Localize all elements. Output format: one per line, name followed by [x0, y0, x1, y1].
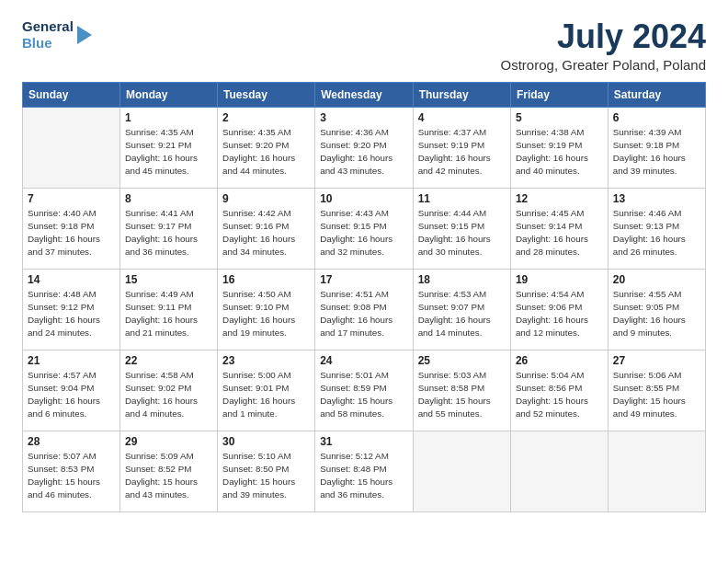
calendar-cell: 25Sunrise: 5:03 AMSunset: 8:58 PMDayligh… — [413, 350, 510, 431]
day-number: 3 — [320, 111, 407, 124]
calendar-header-thursday: Thursday — [413, 82, 510, 107]
logo-text-block: General Blue — [22, 18, 74, 52]
day-number: 11 — [418, 192, 506, 205]
day-number: 25 — [418, 354, 506, 367]
day-number: 4 — [418, 111, 506, 124]
calendar-cell: 11Sunrise: 4:44 AMSunset: 9:15 PMDayligh… — [413, 188, 510, 269]
calendar-header-monday: Monday — [120, 82, 218, 107]
day-info: Sunrise: 4:50 AMSunset: 9:10 PMDaylight:… — [222, 288, 310, 340]
calendar-cell: 1Sunrise: 4:35 AMSunset: 9:21 PMDaylight… — [120, 107, 218, 188]
calendar-cell: 29Sunrise: 5:09 AMSunset: 8:52 PMDayligh… — [120, 431, 218, 511]
week-row-4: 21Sunrise: 4:57 AMSunset: 9:04 PMDayligh… — [23, 350, 706, 431]
week-row-5: 28Sunrise: 5:07 AMSunset: 8:53 PMDayligh… — [23, 431, 706, 511]
calendar-cell: 10Sunrise: 4:43 AMSunset: 9:15 PMDayligh… — [315, 188, 413, 269]
logo-general: General — [22, 18, 74, 34]
day-info: Sunrise: 4:53 AMSunset: 9:07 PMDaylight:… — [418, 288, 506, 340]
day-number: 1 — [125, 111, 212, 124]
day-info: Sunrise: 5:07 AMSunset: 8:53 PMDaylight:… — [28, 450, 115, 502]
day-number: 17 — [320, 273, 407, 286]
day-info: Sunrise: 4:45 AMSunset: 9:14 PMDaylight:… — [516, 207, 603, 259]
day-number: 23 — [222, 354, 310, 367]
header: General Blue July 2024 Ostrorog, Greater… — [22, 18, 706, 73]
calendar-cell: 18Sunrise: 4:53 AMSunset: 9:07 PMDayligh… — [413, 269, 510, 350]
logo-wrapper: General Blue — [22, 18, 92, 52]
day-number: 24 — [320, 354, 407, 367]
day-number: 16 — [222, 273, 310, 286]
calendar-cell: 12Sunrise: 4:45 AMSunset: 9:14 PMDayligh… — [510, 188, 608, 269]
calendar-cell: 5Sunrise: 4:38 AMSunset: 9:19 PMDaylight… — [510, 107, 608, 188]
day-info: Sunrise: 5:01 AMSunset: 8:59 PMDaylight:… — [320, 369, 407, 421]
day-number: 27 — [613, 354, 700, 367]
calendar-cell: 27Sunrise: 5:06 AMSunset: 8:55 PMDayligh… — [608, 350, 705, 431]
day-info: Sunrise: 4:58 AMSunset: 9:02 PMDaylight:… — [125, 369, 212, 421]
logo: General Blue — [22, 18, 92, 52]
week-row-2: 7Sunrise: 4:40 AMSunset: 9:18 PMDaylight… — [23, 188, 706, 269]
day-info: Sunrise: 5:00 AMSunset: 9:01 PMDaylight:… — [222, 369, 310, 421]
day-number: 31 — [320, 435, 407, 448]
day-number: 12 — [516, 192, 603, 205]
calendar-cell — [413, 431, 510, 511]
day-info: Sunrise: 4:44 AMSunset: 9:15 PMDaylight:… — [418, 207, 506, 259]
calendar-header-wednesday: Wednesday — [315, 82, 413, 107]
calendar-cell: 14Sunrise: 4:48 AMSunset: 9:12 PMDayligh… — [23, 269, 120, 350]
day-info: Sunrise: 4:55 AMSunset: 9:05 PMDaylight:… — [613, 288, 700, 340]
day-number: 18 — [418, 273, 506, 286]
day-number: 5 — [516, 111, 603, 124]
day-info: Sunrise: 4:36 AMSunset: 9:20 PMDaylight:… — [320, 126, 407, 178]
day-number: 22 — [125, 354, 212, 367]
calendar-cell: 9Sunrise: 4:42 AMSunset: 9:16 PMDaylight… — [218, 188, 315, 269]
day-number: 26 — [516, 354, 603, 367]
day-number: 7 — [28, 192, 115, 205]
calendar-cell: 21Sunrise: 4:57 AMSunset: 9:04 PMDayligh… — [23, 350, 120, 431]
location-subtitle: Ostrorog, Greater Poland, Poland — [501, 57, 706, 73]
calendar-cell: 4Sunrise: 4:37 AMSunset: 9:19 PMDaylight… — [413, 107, 510, 188]
calendar-header-sunday: Sunday — [23, 82, 120, 107]
calendar-cell: 2Sunrise: 4:35 AMSunset: 9:20 PMDaylight… — [218, 107, 315, 188]
day-info: Sunrise: 4:39 AMSunset: 9:18 PMDaylight:… — [613, 126, 700, 178]
day-number: 6 — [613, 111, 700, 124]
calendar-cell: 16Sunrise: 4:50 AMSunset: 9:10 PMDayligh… — [218, 269, 315, 350]
calendar-cell: 19Sunrise: 4:54 AMSunset: 9:06 PMDayligh… — [510, 269, 608, 350]
day-number: 21 — [28, 354, 115, 367]
day-info: Sunrise: 4:48 AMSunset: 9:12 PMDaylight:… — [28, 288, 115, 340]
day-info: Sunrise: 5:09 AMSunset: 8:52 PMDaylight:… — [125, 450, 212, 502]
day-number: 14 — [28, 273, 115, 286]
calendar-table: SundayMondayTuesdayWednesdayThursdayFrid… — [22, 82, 706, 512]
day-info: Sunrise: 4:35 AMSunset: 9:20 PMDaylight:… — [222, 126, 310, 178]
day-info: Sunrise: 4:43 AMSunset: 9:15 PMDaylight:… — [320, 207, 407, 259]
calendar-cell: 26Sunrise: 5:04 AMSunset: 8:56 PMDayligh… — [510, 350, 608, 431]
day-number: 2 — [222, 111, 310, 124]
day-info: Sunrise: 5:10 AMSunset: 8:50 PMDaylight:… — [222, 450, 310, 502]
calendar-cell: 6Sunrise: 4:39 AMSunset: 9:18 PMDaylight… — [608, 107, 705, 188]
week-row-3: 14Sunrise: 4:48 AMSunset: 9:12 PMDayligh… — [23, 269, 706, 350]
day-number: 29 — [125, 435, 212, 448]
day-info: Sunrise: 4:41 AMSunset: 9:17 PMDaylight:… — [125, 207, 212, 259]
day-number: 15 — [125, 273, 212, 286]
calendar-header-row: SundayMondayTuesdayWednesdayThursdayFrid… — [23, 82, 706, 107]
day-info: Sunrise: 5:03 AMSunset: 8:58 PMDaylight:… — [418, 369, 506, 421]
calendar-cell: 8Sunrise: 4:41 AMSunset: 9:17 PMDaylight… — [120, 188, 218, 269]
calendar-header-friday: Friday — [510, 82, 608, 107]
day-info: Sunrise: 4:35 AMSunset: 9:21 PMDaylight:… — [125, 126, 212, 178]
day-info: Sunrise: 5:12 AMSunset: 8:48 PMDaylight:… — [320, 450, 407, 502]
day-info: Sunrise: 5:04 AMSunset: 8:56 PMDaylight:… — [516, 369, 603, 421]
day-info: Sunrise: 4:54 AMSunset: 9:06 PMDaylight:… — [516, 288, 603, 340]
day-info: Sunrise: 5:06 AMSunset: 8:55 PMDaylight:… — [613, 369, 700, 421]
month-year-title: July 2024 — [501, 18, 706, 55]
day-info: Sunrise: 4:51 AMSunset: 9:08 PMDaylight:… — [320, 288, 407, 340]
day-number: 13 — [613, 192, 700, 205]
day-number: 8 — [125, 192, 212, 205]
day-info: Sunrise: 4:40 AMSunset: 9:18 PMDaylight:… — [28, 207, 115, 259]
calendar-cell — [510, 431, 608, 511]
day-number: 19 — [516, 273, 603, 286]
calendar-cell: 15Sunrise: 4:49 AMSunset: 9:11 PMDayligh… — [120, 269, 218, 350]
logo-arrow-icon — [77, 26, 92, 44]
calendar-cell — [23, 107, 120, 188]
day-info: Sunrise: 4:46 AMSunset: 9:13 PMDaylight:… — [613, 207, 700, 259]
day-number: 9 — [222, 192, 310, 205]
calendar-cell: 17Sunrise: 4:51 AMSunset: 9:08 PMDayligh… — [315, 269, 413, 350]
day-info: Sunrise: 4:42 AMSunset: 9:16 PMDaylight:… — [222, 207, 310, 259]
calendar-cell: 28Sunrise: 5:07 AMSunset: 8:53 PMDayligh… — [23, 431, 120, 511]
calendar-cell: 24Sunrise: 5:01 AMSunset: 8:59 PMDayligh… — [315, 350, 413, 431]
day-number: 20 — [613, 273, 700, 286]
